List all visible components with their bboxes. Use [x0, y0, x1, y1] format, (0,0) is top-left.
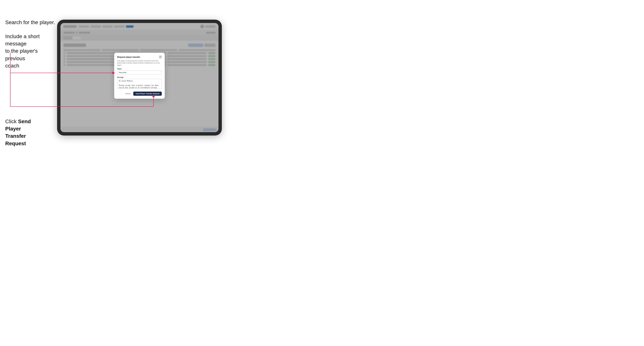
modal-close-button[interactable]: ✕	[159, 56, 162, 58]
modal-description: If the player is transferring from anoth…	[117, 60, 162, 66]
player-field-label: Player	[117, 68, 162, 70]
message-field-label: Message	[117, 76, 162, 78]
tablet-device: Request player transfer ✕ If the player …	[57, 20, 222, 136]
tablet-outer: Request player transfer ✕ If the player …	[57, 20, 222, 136]
cancel-button[interactable]: Cancel	[124, 92, 132, 95]
send-player-transfer-request-button[interactable]: Send Player Transfer Request	[133, 92, 162, 96]
annotation-search: Search for the player.	[5, 19, 55, 26]
message-textarea[interactable]: Hi Coach McHarg, Please accept this tran…	[117, 79, 162, 89]
modal-actions: Cancel Send Player Transfer Request	[117, 92, 162, 96]
player-search-input[interactable]	[117, 70, 162, 75]
annotation-message: Include a short messageto the player's p…	[5, 33, 54, 69]
request-player-transfer-modal: Request player transfer ✕ If the player …	[114, 53, 165, 99]
tablet-screen: Request player transfer ✕ If the player …	[60, 23, 218, 132]
modal-title: Request player transfer	[117, 56, 140, 58]
modal-overlay: Request player transfer ✕ If the player …	[60, 23, 218, 132]
modal-header: Request player transfer ✕	[117, 56, 162, 58]
annotation-click: Click Send PlayerTransfer Request	[5, 118, 46, 147]
annotation-click-prefix: Click	[5, 119, 18, 124]
